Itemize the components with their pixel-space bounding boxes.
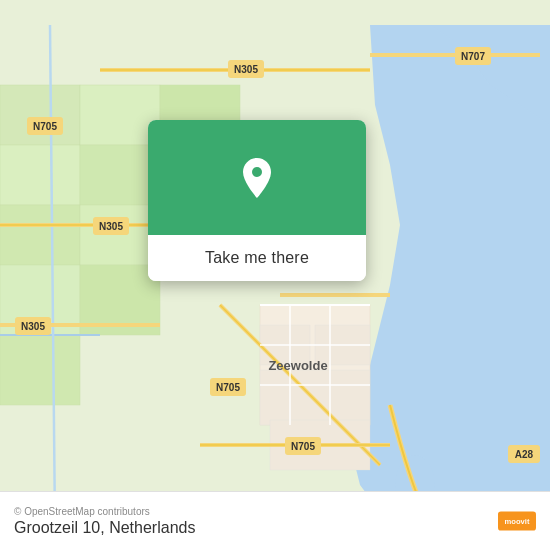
moovit-logo: moovit [498,502,536,540]
moovit-logo-icon: moovit [498,502,536,540]
svg-text:N305: N305 [21,321,45,332]
take-me-there-button[interactable]: Take me there [148,235,366,281]
location-name: Grootzeil 10, Netherlands [14,519,195,537]
popup-card: Take me there [148,120,366,281]
location-pin-icon [233,154,281,202]
svg-text:Zeewolde: Zeewolde [268,358,327,373]
svg-rect-7 [0,205,80,265]
svg-text:N705: N705 [216,382,240,393]
svg-text:N705: N705 [291,441,315,452]
popup-header [148,120,366,235]
svg-rect-5 [0,85,80,145]
svg-rect-6 [0,145,80,205]
bottom-bar: © OpenStreetMap contributors Grootzeil 1… [0,491,550,550]
svg-text:moovit: moovit [505,517,530,526]
svg-text:N705: N705 [33,121,57,132]
svg-point-56 [252,167,262,177]
map-container: N305 N305 N305 N705 N705 N705 N707 A28 Z… [0,0,550,550]
copyright-text: © OpenStreetMap contributors [14,506,195,517]
bottom-left-section: © OpenStreetMap contributors Grootzeil 1… [14,506,195,537]
svg-text:N305: N305 [99,221,123,232]
svg-rect-14 [0,335,80,405]
svg-text:N305: N305 [234,64,258,75]
svg-text:A28: A28 [515,449,534,460]
svg-text:N707: N707 [461,51,485,62]
